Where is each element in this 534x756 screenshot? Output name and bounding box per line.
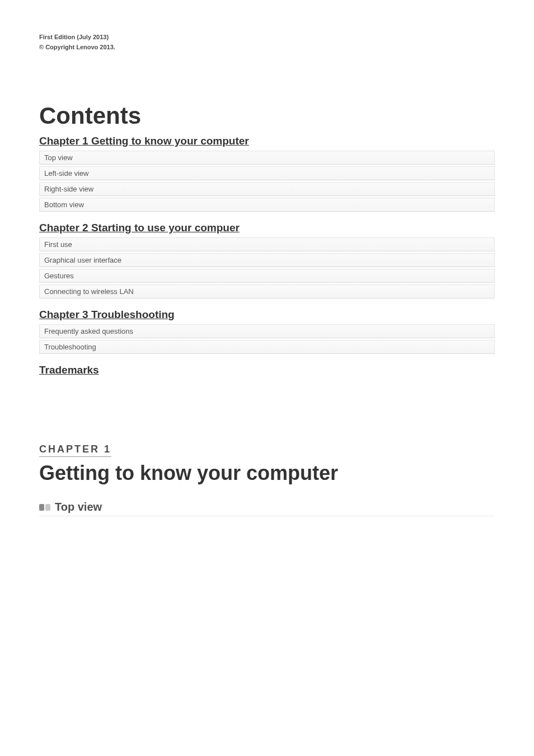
chapter-2-link[interactable]: Chapter 2 Starting to use your compuer [39, 222, 495, 234]
trademarks-link[interactable]: Trademarks [39, 364, 495, 376]
chapter-1-title: Getting to know your computer [39, 461, 495, 485]
chapter-1-section: CHAPTER 1 Getting to know your computer … [39, 444, 495, 516]
chapter-1-link[interactable]: Chapter 1 Getting to know your computer [39, 135, 495, 147]
bullet-dark-icon [39, 504, 44, 511]
copyright-text: © Copyright Lenovo 2013. [39, 43, 534, 53]
contents-title: Contents [39, 102, 495, 129]
section-top-view-title: Top view [55, 501, 102, 514]
toc-item-right-side-view[interactable]: Right-side view [39, 182, 495, 196]
toc-item-bottom-view[interactable]: Bottom view [39, 198, 495, 212]
toc-item-left-side-view[interactable]: Left-side view [39, 166, 495, 180]
main-content: Contents Chapter 1 Getting to know your … [0, 52, 534, 516]
toc-item-top-view[interactable]: Top view [39, 151, 495, 165]
section-bullets-icon [39, 504, 50, 511]
toc-item-wireless-lan[interactable]: Connecting to wireless LAN [39, 284, 495, 298]
section-top-view-header: Top view [39, 501, 495, 516]
chapter-1-toc: Top view Left-side view Right-side view … [39, 151, 495, 212]
chapter-3-link[interactable]: Chapter 3 Troubleshooting [39, 309, 495, 321]
toc-item-troubleshooting[interactable]: Troubleshooting [39, 340, 495, 354]
document-meta: First Edition (July 2013) © Copyright Le… [0, 0, 534, 52]
chapter-2-toc: First use Graphical user interface Gestu… [39, 237, 495, 298]
bullet-light-icon [45, 504, 50, 511]
toc-item-first-use[interactable]: First use [39, 237, 495, 251]
chapter-1-label: CHAPTER 1 [39, 444, 111, 457]
toc-item-gui[interactable]: Graphical user interface [39, 253, 495, 267]
toc-item-faq[interactable]: Frequently asked questions [39, 324, 495, 338]
chapter-3-toc: Frequently asked questions Troubleshooti… [39, 324, 495, 354]
edition-text: First Edition (July 2013) [39, 32, 534, 43]
toc-item-gestures[interactable]: Gestures [39, 269, 495, 283]
